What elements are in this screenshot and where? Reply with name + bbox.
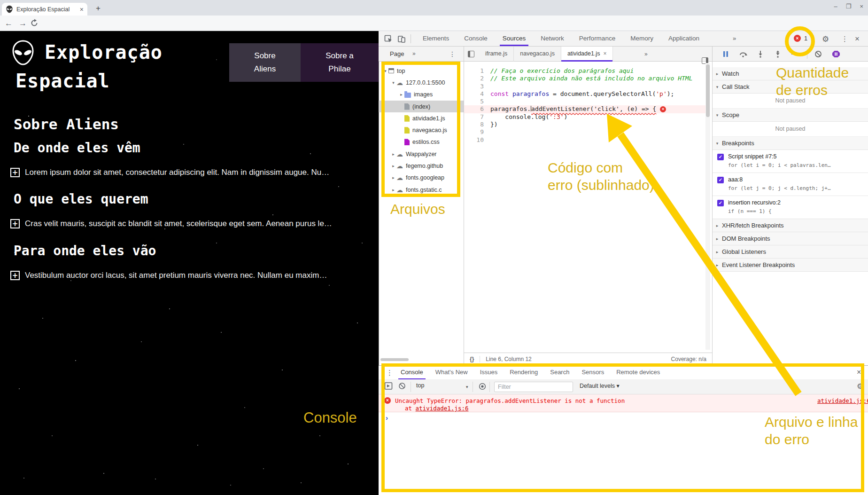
code-line-10[interactable]: 10 (464, 136, 705, 144)
more-tabs-chevron[interactable]: » (733, 31, 736, 46)
clear-console-icon[interactable] (398, 382, 406, 390)
navigator-more-tabs-chevron[interactable]: » (412, 50, 416, 57)
drawer-tab-remote-devices[interactable]: Remote devices (610, 365, 666, 379)
code-line-7[interactable]: 7 console.log(':3') (464, 113, 705, 121)
editor-tab-atividade1-js[interactable]: atividade1.js× (561, 47, 613, 62)
section-breakpoints[interactable]: ▾Breakpoints (713, 137, 868, 150)
new-tab-button[interactable]: + (92, 3, 104, 14)
browser-tab[interactable]: Exploração Espacial × (2, 3, 87, 16)
section-xhr-fetch-breakpoints[interactable]: ▸XHR/fetch Breakpoints (713, 219, 868, 232)
tree-item-atividade1-js[interactable]: atividade1.js (379, 112, 464, 124)
tree-expand-icon[interactable]: ▸ (390, 152, 396, 157)
code-line-4[interactable]: 4const paragrafos = document.querySelect… (464, 90, 705, 98)
tree-item-navegacao-js[interactable]: navegacao.js (379, 124, 464, 136)
section-call-stack[interactable]: ▾Call Stack (713, 80, 868, 94)
drawer-tab-what-s-new[interactable]: What's New (429, 365, 474, 379)
toggle-navigator-icon[interactable] (468, 51, 474, 57)
console-settings-gear-icon[interactable]: ⚙ (857, 382, 863, 391)
expand-plus-icon[interactable]: + (10, 168, 20, 177)
window-minimize-icon[interactable]: – (834, 3, 837, 10)
code-line-6[interactable]: 6paragrafos.addEventListener('click', (e… (464, 105, 705, 113)
context-caret-icon[interactable]: ▾ (466, 382, 468, 392)
breakpoint-checkbox[interactable]: ✓ (717, 200, 724, 206)
error-source-link[interactable]: atividade1.js:6 (817, 397, 868, 404)
console-filter-input[interactable] (494, 382, 573, 392)
section-watch[interactable]: ▸Watch (713, 67, 868, 80)
window-close-icon[interactable]: × (860, 3, 863, 10)
console-sidebar-toggle-icon[interactable] (384, 382, 393, 390)
breakpoint-entry[interactable]: ✓aaa:8for (let j = 0; j < d.length; j+… (713, 173, 868, 196)
drawer-tab-sensors[interactable]: Sensors (575, 365, 610, 379)
site-nav-sobre-aliens[interactable]: SobreAliens (229, 43, 301, 82)
devtools-tab-elements[interactable]: Elements (415, 31, 457, 46)
devtools-tab-application[interactable]: Application (661, 31, 707, 46)
log-levels-dropdown[interactable]: Default levels ▾ (580, 382, 620, 389)
execution-context-selector[interactable]: top (416, 382, 424, 389)
tree-item-fonts-googleap[interactable]: ▸☁fonts.googleap (379, 172, 464, 184)
drawer-tab-issues[interactable]: Issues (474, 365, 504, 379)
pretty-print-icon[interactable]: {} (464, 356, 480, 362)
tree-item-fegemo-github[interactable]: ▸☁fegemo.github (379, 160, 464, 172)
error-stack-line[interactable]: at atividade1.js:6 (405, 405, 468, 412)
devtools-tab-console[interactable]: Console (457, 31, 495, 46)
section-dom-breakpoints[interactable]: ▸DOM Breakpoints (713, 232, 868, 245)
breakpoint-entry[interactable]: ✓Script snippet #7:5for (let i = 0; i < … (713, 150, 868, 173)
tree-expand-icon[interactable]: ▾ (390, 80, 396, 85)
tree-expand-icon[interactable]: ▸ (390, 164, 396, 168)
code-line-8[interactable]: 8}) (464, 121, 705, 128)
tree-horizontal-scrollbar[interactable] (380, 358, 409, 361)
devtools-tab-network[interactable]: Network (533, 31, 572, 46)
code-line-5[interactable]: 5 (464, 98, 705, 105)
tree-expand-icon[interactable]: ▸ (390, 188, 396, 192)
tab-close-icon[interactable]: × (80, 6, 84, 13)
expand-plus-icon[interactable]: + (10, 271, 20, 280)
step-out-icon[interactable] (774, 50, 782, 58)
pause-script-icon[interactable] (721, 50, 730, 58)
code-line-3[interactable]: 3 (464, 83, 705, 90)
editor-tab-navegacao-js[interactable]: navegacao.js (514, 47, 561, 62)
breakpoint-entry[interactable]: ✓insertion recursivo:2if (n === 1) { (713, 196, 868, 219)
back-icon[interactable]: ← (5, 16, 13, 31)
devtools-close-icon[interactable]: × (855, 34, 860, 44)
devtools-settings-gear-icon[interactable]: ⚙ (822, 34, 829, 44)
drawer-kebab-icon[interactable]: ⋮ (386, 369, 393, 377)
devtools-kebab-icon[interactable]: ⋮ (841, 35, 848, 43)
section-scope[interactable]: ▾Scope (713, 109, 868, 122)
devtools-tab-memory[interactable]: Memory (623, 31, 661, 46)
tab-close-icon[interactable]: × (603, 50, 606, 57)
expand-plus-icon[interactable]: + (10, 219, 20, 228)
tree-item-fonts-gstatic-c[interactable]: ▸☁fonts.gstatic.c (379, 184, 464, 196)
editor-more-tabs-chevron[interactable]: » (644, 47, 648, 62)
tree-item-wappalyzer[interactable]: ▸☁Wappalyzer (379, 148, 464, 160)
code-line-1[interactable]: 1// Faça o exercício dos parágrafos aqui (464, 67, 705, 75)
tree-expand-icon[interactable]: ▸ (390, 175, 396, 180)
tree-item-estilos-css[interactable]: estilos.css (379, 136, 464, 148)
inspect-element-icon[interactable] (384, 35, 393, 43)
breakpoint-checkbox[interactable]: ✓ (717, 177, 724, 183)
tree-item-top[interactable]: ▾top (379, 65, 464, 77)
tree-item-images[interactable]: ▸images (379, 89, 464, 101)
editor-scrollbar-thumb[interactable] (706, 64, 710, 117)
step-icon[interactable] (791, 50, 799, 58)
devtools-tab-performance[interactable]: Performance (572, 31, 623, 46)
site-nav-sobre-philae[interactable]: Sobre aPhilae (301, 43, 379, 82)
drawer-tab-console[interactable]: Console (395, 365, 429, 379)
tree-expand-icon[interactable]: ▸ (398, 92, 404, 97)
tree-item-127-0-0-1-5500[interactable]: ▾☁127.0.0.1:5500 (379, 77, 464, 88)
error-count-badge[interactable]: × (794, 35, 801, 42)
live-expression-eye-icon[interactable] (478, 383, 487, 390)
section-event-listener-breakpoints[interactable]: ▸Event Listener Breakpoints (713, 259, 868, 272)
step-over-icon[interactable] (739, 50, 747, 58)
devtools-tab-sources[interactable]: Sources (495, 31, 534, 46)
window-maximize-icon[interactable]: ❐ (846, 3, 852, 10)
code-line-2[interactable]: 2// Este arquivo ainda não está incluído… (464, 75, 705, 82)
code-line-9[interactable]: 9 (464, 128, 705, 136)
tree-expand-icon[interactable]: ▾ (382, 69, 388, 73)
code-editor[interactable]: 1// Faça o exercício dos parágrafos aqui… (464, 62, 705, 356)
forward-icon[interactable]: → (19, 16, 27, 31)
breakpoint-checkbox[interactable]: ✓ (717, 154, 724, 160)
reload-icon[interactable] (30, 19, 39, 27)
tree-item--index-[interactable]: (index) (379, 101, 464, 112)
drawer-tab-rendering[interactable]: Rendering (504, 365, 544, 379)
step-into-icon[interactable] (756, 50, 765, 58)
